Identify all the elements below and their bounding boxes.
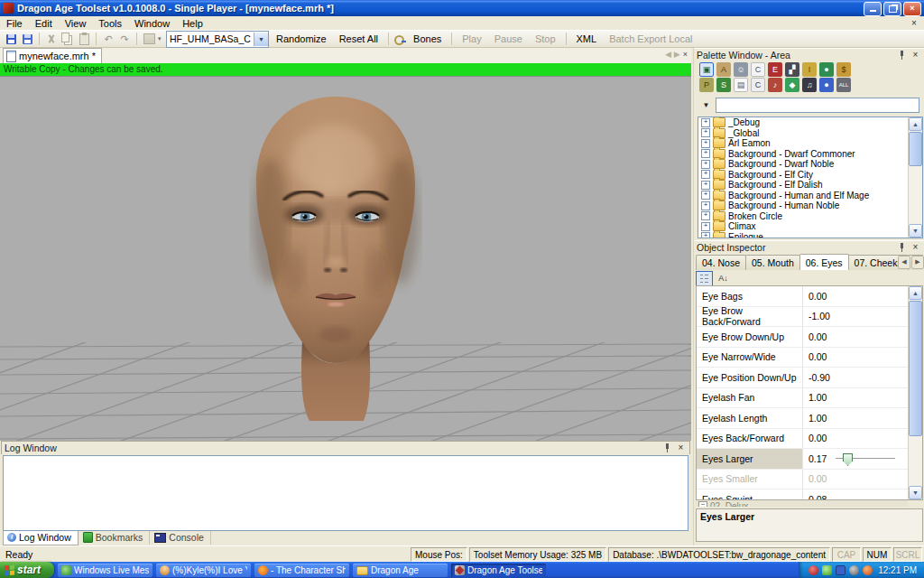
head-model-combo[interactable]: HF_UHM_BASa_C ▼: [166, 31, 269, 48]
tree-item[interactable]: +Broken Circle: [698, 211, 922, 222]
tree-item[interactable]: +Background - Dwarf Noble: [698, 159, 922, 170]
close-icon[interactable]: ×: [910, 242, 921, 253]
creature-icon[interactable]: ☺: [734, 62, 748, 77]
expand-icon[interactable]: +: [701, 128, 710, 137]
tree-item[interactable]: +Background - Human Noble: [698, 200, 922, 211]
script-icon[interactable]: S: [716, 78, 731, 92]
restore-button[interactable]: [883, 2, 901, 16]
messenger-status-icon[interactable]: [822, 565, 832, 575]
expand-icon[interactable]: +: [701, 181, 710, 190]
menu-view[interactable]: View: [59, 17, 93, 30]
scroll-down-icon[interactable]: ▼: [909, 224, 922, 238]
taskbar-item-browser[interactable]: - The Character Sho...: [254, 564, 349, 577]
taskbar-item-chat[interactable]: (%)Kyle(%)I Love Yo...: [156, 564, 251, 577]
close-button[interactable]: ×: [903, 2, 921, 16]
cutscene-icon[interactable]: ▞: [785, 62, 799, 77]
bones-button[interactable]: Bones: [408, 32, 447, 46]
antivirus-icon[interactable]: [808, 565, 818, 575]
property-row[interactable]: Eyelash Length1.00: [697, 408, 922, 429]
expand-icon[interactable]: +: [701, 222, 710, 231]
property-row[interactable]: Eyes Squint0.08: [697, 489, 922, 500]
menu-edit[interactable]: Edit: [29, 17, 59, 30]
tree-item[interactable]: +Background - Elf Dalish: [698, 180, 922, 191]
chevron-down-icon[interactable]: ▼: [254, 33, 268, 46]
scroll-thumb[interactable]: [909, 132, 922, 166]
tree-item[interactable]: +Background - Dwarf Commoner: [698, 149, 922, 160]
expand-icon[interactable]: +: [701, 201, 710, 210]
waypoint-icon[interactable]: A: [716, 62, 731, 77]
tree-item[interactable]: +Background - Elf City: [698, 170, 922, 181]
tab-log-window[interactable]: i Log Window: [3, 531, 79, 545]
music-icon[interactable]: ♫: [802, 78, 817, 92]
merchant-icon[interactable]: $: [836, 62, 851, 77]
expand-icon[interactable]: +: [701, 118, 710, 127]
expand-icon[interactable]: +: [701, 139, 710, 148]
taskbar-item-messenger[interactable]: Windows Live Messen...: [58, 564, 152, 577]
all-icon[interactable]: ALL: [836, 78, 851, 92]
filter-dropdown-icon[interactable]: ▼: [699, 98, 713, 112]
menu-help[interactable]: Help: [176, 17, 209, 30]
world-map-icon[interactable]: ●: [819, 62, 834, 77]
tree-scrollbar[interactable]: ▲ ▼: [908, 117, 922, 238]
property-row[interactable]: Eye Bags0.00: [697, 286, 922, 307]
tree-item[interactable]: +_Global: [698, 128, 922, 139]
pin-icon[interactable]: [896, 50, 908, 61]
placeable-icon[interactable]: ◆: [785, 78, 799, 92]
property-row-eyes-larger[interactable]: Eyes Larger 0.17: [697, 449, 922, 470]
minimize-button[interactable]: [864, 2, 882, 16]
taskbar-item-folder[interactable]: Dragon Age: [353, 564, 448, 577]
document-tab[interactable]: mynewface.mrh *: [3, 48, 102, 63]
expand-icon[interactable]: +: [701, 232, 710, 238]
property-row[interactable]: Eyes Back/Forward0.00: [697, 429, 922, 450]
tab-console[interactable]: Console: [151, 531, 211, 545]
updates-icon[interactable]: [863, 565, 873, 575]
tree-item[interactable]: +Background - Human and Elf Mage: [698, 191, 922, 201]
encounter-icon[interactable]: E: [768, 62, 782, 77]
document-icon[interactable]: ▤: [734, 78, 748, 92]
pin-icon[interactable]: [896, 242, 908, 253]
sound-icon[interactable]: ♪: [768, 78, 782, 92]
plot-icon[interactable]: P: [699, 78, 714, 92]
property-row[interactable]: Eye Narrow/Wide0.00: [697, 348, 922, 368]
tab-close-icon[interactable]: ×: [683, 50, 688, 59]
save-all-icon[interactable]: [20, 33, 34, 46]
area-icon[interactable]: ▣: [699, 62, 714, 77]
grid-scrollbar[interactable]: ▲ ▼: [908, 286, 922, 499]
menu-tools[interactable]: Tools: [92, 17, 128, 30]
start-button[interactable]: start: [0, 562, 54, 578]
scroll-up-icon[interactable]: ▲: [909, 286, 922, 300]
slider-thumb[interactable]: [843, 453, 853, 466]
tree-item[interactable]: +Climax: [698, 221, 922, 232]
taskbar-item-toolset[interactable]: Dragon Age Toolset v...: [451, 564, 546, 577]
property-row[interactable]: Eyelash Fan1.00: [697, 388, 922, 409]
resource-icon[interactable]: C: [751, 78, 765, 92]
log-output-area[interactable]: [3, 455, 688, 531]
tab-bookmarks[interactable]: Bookmarks: [79, 531, 151, 545]
tree-item[interactable]: +Arl Eamon: [698, 138, 922, 149]
toolbar-overflow-icon[interactable]: ▾: [158, 35, 164, 42]
property-row[interactable]: Eye Brow Down/Up0.00: [697, 327, 922, 348]
property-row[interactable]: Eye Brow Back/Forward-1.00: [697, 307, 922, 328]
xml-button[interactable]: XML: [571, 32, 603, 46]
menu-window[interactable]: Window: [128, 17, 176, 30]
randomize-button[interactable]: Randomize: [271, 32, 332, 46]
expand-icon[interactable]: +: [701, 160, 710, 169]
key-icon[interactable]: [393, 33, 406, 45]
tab-eyes[interactable]: 06. Eyes: [799, 254, 849, 270]
volume-icon[interactable]: [849, 565, 859, 575]
item-icon[interactable]: I: [802, 62, 817, 77]
model-icon[interactable]: ●: [819, 78, 834, 92]
display-icon[interactable]: [836, 565, 845, 575]
categorized-view-icon[interactable]: [696, 271, 713, 286]
tree-item[interactable]: +Epilogue: [698, 232, 922, 239]
category-row-partial[interactable]: − 02. Delux: [696, 500, 908, 507]
tab-nose[interactable]: 04. Nose: [696, 255, 746, 270]
save-icon[interactable]: [4, 33, 18, 46]
tree-item[interactable]: +_Debug: [698, 117, 922, 128]
expand-icon[interactable]: +: [701, 211, 710, 220]
eyes-larger-slider[interactable]: [836, 458, 895, 459]
close-icon[interactable]: ×: [675, 443, 687, 453]
expand-icon[interactable]: +: [701, 149, 710, 158]
alphabetical-sort-icon[interactable]: A↓: [716, 272, 731, 285]
menu-file[interactable]: File: [0, 17, 29, 30]
